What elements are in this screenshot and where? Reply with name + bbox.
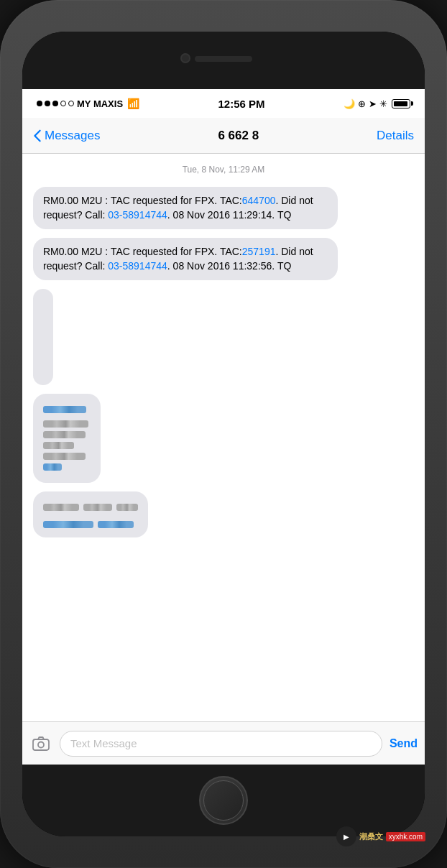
conversation-title: 6 662 8 <box>218 129 259 143</box>
screen: MY MAXIS 📶 12:56 PM 🌙 ⊕ ➤ ✳ <box>22 89 425 765</box>
redacted-line-blue <box>43 521 93 528</box>
redacted-line <box>43 453 86 460</box>
signal-dot-2 <box>45 101 50 106</box>
redacted-line-blue <box>98 521 134 528</box>
signal-dot-4 <box>60 101 66 106</box>
moon-icon: 🌙 <box>344 98 355 109</box>
redacted-line-blue <box>43 406 86 413</box>
chevron-left-icon <box>33 129 42 142</box>
earpiece-speaker <box>195 56 252 62</box>
message-bubble-3-redacted <box>33 289 53 385</box>
redacted-line <box>116 504 138 511</box>
phone-inner: MY MAXIS 📶 12:56 PM 🌙 ⊕ ➤ ✳ <box>22 32 425 836</box>
signal-bars <box>37 101 74 106</box>
front-camera <box>180 53 190 63</box>
svg-point-1 <box>38 742 44 747</box>
msg1-text1: RM0.00 M2U : TAC requested for FPX. TAC: <box>43 195 242 206</box>
redacted-line <box>43 431 86 438</box>
status-time: 12:56 PM <box>218 98 265 110</box>
watermark-red-text: xyxhk.com <box>386 832 425 841</box>
redacted-line <box>43 420 88 428</box>
circle-at-icon: ⊕ <box>358 98 366 109</box>
status-bar: MY MAXIS 📶 12:56 PM 🌙 ⊕ ➤ ✳ <box>22 89 425 118</box>
battery-icon <box>392 99 410 108</box>
input-placeholder: Text Message <box>70 737 137 749</box>
messages-area[interactable]: Tue, 8 Nov, 11:29 AM RM0.00 M2U : TAC re… <box>22 154 425 721</box>
msg1-link-tac[interactable]: 644700 <box>242 195 276 206</box>
signal-dot-5 <box>68 101 74 106</box>
message-bubble-1: RM0.00 M2U : TAC requested for FPX. TAC:… <box>33 187 338 229</box>
redacted-line <box>43 442 74 449</box>
msg1-link-phone[interactable]: 03-58914744 <box>108 209 167 221</box>
msg1-text3: . 08 Nov 2016 11:29:14. TQ <box>167 209 292 221</box>
location-icon: ➤ <box>369 98 377 109</box>
send-button[interactable]: Send <box>390 737 418 750</box>
back-label: Messages <box>45 129 100 143</box>
msg2-link-phone[interactable]: 03-58914744 <box>108 260 167 272</box>
watermark: ▶ 潮桑文 xyxhk.com <box>336 826 425 846</box>
navigation-bar: Messages 6 662 8 Details <box>22 118 425 154</box>
wifi-icon: 📶 <box>127 98 139 109</box>
phone-bottom-hardware <box>22 765 425 836</box>
status-left: MY MAXIS 📶 <box>37 98 139 109</box>
message-input-area: Text Message Send <box>22 721 425 765</box>
signal-dot-1 <box>37 101 42 106</box>
battery-fill <box>394 101 407 106</box>
redacted-line <box>83 504 112 511</box>
date-separator: Tue, 8 Nov, 11:29 AM <box>33 165 414 175</box>
redacted-line-blue <box>43 463 62 471</box>
home-button[interactable] <box>199 776 248 825</box>
message-bubble-4-redacted <box>33 394 101 483</box>
home-button-inner <box>203 780 244 821</box>
camera-icon <box>32 737 50 751</box>
carrier-name: MY MAXIS <box>77 98 123 109</box>
status-right: 🌙 ⊕ ➤ ✳ <box>344 98 410 109</box>
message-bubble-5-partial <box>33 491 148 537</box>
message-bubble-2: RM0.00 M2U : TAC requested for FPX. TAC:… <box>33 238 338 280</box>
message-text-input[interactable]: Text Message <box>60 731 382 757</box>
msg2-text3: . 08 Nov 2016 11:32:56. TQ <box>167 260 292 272</box>
back-button[interactable]: Messages <box>33 129 100 143</box>
details-button[interactable]: Details <box>377 129 414 143</box>
signal-dot-3 <box>52 101 58 106</box>
msg2-text1: RM0.00 M2U : TAC requested for FPX. TAC: <box>43 246 242 257</box>
svg-rect-0 <box>33 739 49 750</box>
watermark-play-icon: ▶ <box>336 826 356 846</box>
bluetooth-icon: ✳ <box>379 98 387 109</box>
msg2-link-tac[interactable]: 257191 <box>242 246 276 257</box>
phone-top-hardware <box>22 32 425 89</box>
redacted-line <box>43 504 79 511</box>
watermark-text: 潮桑文 <box>359 831 383 842</box>
phone-frame: MY MAXIS 📶 12:56 PM 🌙 ⊕ ➤ ✳ <box>0 0 447 868</box>
camera-button[interactable] <box>29 732 52 755</box>
